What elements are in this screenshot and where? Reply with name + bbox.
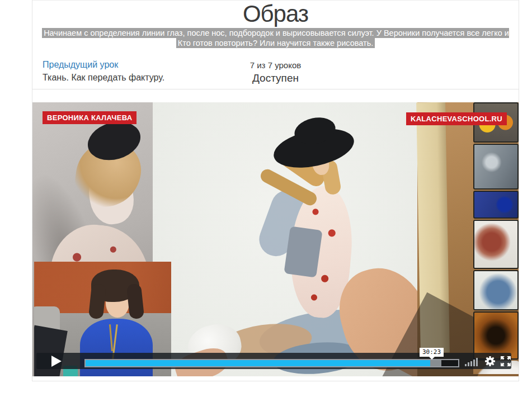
progress-fill <box>86 360 430 366</box>
gear-icon <box>484 355 496 367</box>
settings-button[interactable] <box>484 355 496 367</box>
palette-gray-pans <box>473 144 519 190</box>
lesson-card: Образ Начинаем с определения линии глаз,… <box>32 0 519 381</box>
video-player[interactable]: ВЕРОНИКА КАЛАЧЕВА KALACHEVASCHOOL.RU 30:… <box>32 102 519 376</box>
presenter-hair-right <box>126 283 144 319</box>
fullscreen-icon <box>501 356 511 366</box>
time-tooltip: 30:23 <box>420 348 444 357</box>
progress-bar[interactable] <box>84 359 459 367</box>
school-url-badge: KALACHEVASCHOOL.RU <box>406 112 507 125</box>
lesson-progress-count: 7 из 7 уроков <box>32 60 519 70</box>
page-title: Образ <box>32 1 519 27</box>
paint-palette <box>473 102 519 374</box>
painting-gray-patch <box>284 226 322 277</box>
lesson-description-line2: Кто готов повторить? Или научится также … <box>32 38 519 48</box>
volume-button[interactable] <box>465 357 481 366</box>
fullscreen-button[interactable] <box>501 356 511 366</box>
palette-blue-pans <box>473 191 519 219</box>
volume-bars-icon <box>465 364 467 366</box>
lesson-status: Доступен <box>32 72 519 84</box>
play-icon <box>51 356 62 367</box>
mixing-tray-blue <box>473 270 519 310</box>
play-button[interactable] <box>36 353 80 369</box>
author-badge: ВЕРОНИКА КАЛАЧЕВА <box>43 111 136 124</box>
mixing-tray-red <box>473 220 519 269</box>
header-divider <box>32 89 519 89</box>
